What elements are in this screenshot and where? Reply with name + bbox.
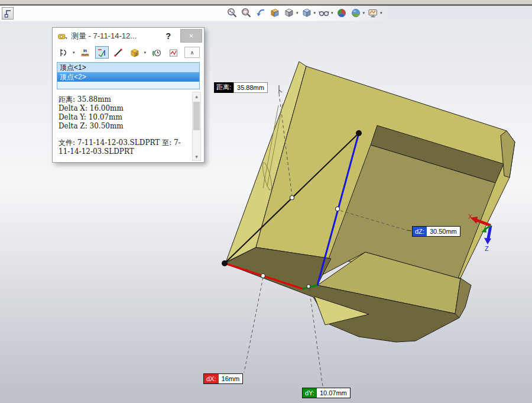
- dx-line-handle[interactable]: [261, 274, 265, 278]
- create-sensor-button[interactable]: [166, 46, 180, 59]
- edit-appearance-button[interactable]: [335, 7, 348, 20]
- measure-dialog: 测量 - 7-11-14-12... ? × ▾ in mm: [52, 27, 205, 163]
- measure-dialog-title: 测量 - 7-11-14-12...: [71, 31, 162, 41]
- close-button[interactable]: ×: [180, 29, 202, 43]
- svg-text:z: z: [135, 52, 138, 56]
- xyz-relative-dropdown[interactable]: ▾: [144, 50, 147, 55]
- tape-measure-icon: [57, 31, 67, 41]
- zoom-to-area-button[interactable]: [240, 7, 253, 20]
- dz-callout-label: dZ:: [413, 227, 427, 236]
- display-style-icon: [301, 7, 313, 19]
- sketch-tool-icon: [4, 9, 12, 18]
- section-view-button[interactable]: [268, 7, 281, 20]
- edit-appearance-icon: [336, 7, 348, 19]
- distance-callout-value: 35.88mm: [233, 82, 268, 93]
- result-distance: 距离: 35.88mm: [59, 95, 187, 104]
- display-style-button[interactable]: [300, 7, 313, 20]
- units-icon-bottom: mm: [82, 53, 89, 57]
- measure-dialog-toolbar: ▾ in mm: [53, 44, 204, 61]
- distance-callout-label: 距离:: [214, 82, 233, 93]
- apply-scene-icon: [350, 7, 362, 19]
- hide-show-dropdown[interactable]: ▾: [331, 11, 333, 15]
- xyz-relative-coordinate-icon: z: [129, 47, 140, 58]
- create-sensor-icon: [168, 47, 179, 58]
- view-orientation-icon: [283, 7, 295, 19]
- scrollbar-down-arrow[interactable]: ▼: [193, 153, 200, 160]
- arc-circle-measure-button[interactable]: [57, 46, 70, 59]
- units-icon: in mm: [82, 49, 89, 57]
- vertex-1-marker[interactable]: [222, 260, 228, 266]
- solidworks-window: X Z: [0, 0, 532, 403]
- measure-dialog-titlebar[interactable]: 测量 - 7-11-14-12... ? ×: [53, 28, 204, 44]
- dy-callout[interactable]: dY: 10.07mm: [302, 388, 351, 398]
- arc-circle-measure-icon: [59, 47, 69, 58]
- dz-line-handle[interactable]: [336, 207, 340, 211]
- view-orientation-button[interactable]: [283, 7, 296, 20]
- apply-scene-button[interactable]: [349, 7, 362, 20]
- hide-show-items-icon: [318, 7, 330, 19]
- show-xyz-measurements-icon: [96, 47, 107, 58]
- zoom-to-fit-icon: [226, 7, 238, 19]
- view-settings-icon: [367, 7, 379, 19]
- heads-up-toolbar: ▾ ▾ ▾: [226, 5, 383, 21]
- measurement-history-button[interactable]: [150, 46, 163, 59]
- distance-line-handle[interactable]: [290, 196, 294, 200]
- dy-line-handle[interactable]: [307, 285, 310, 288]
- zoom-to-fit-button[interactable]: [226, 7, 239, 20]
- view-orientation-dropdown[interactable]: ▾: [296, 11, 299, 15]
- selection-item-vertex-1[interactable]: 顶点<1>: [57, 63, 199, 72]
- dy-callout-value: 10.07mm: [317, 388, 350, 398]
- top-gray-strip: [0, 0, 532, 5]
- dx-callout[interactable]: dX: 16mm: [203, 373, 243, 384]
- results-scrollbar[interactable]: ▲ ▼: [192, 92, 201, 161]
- triad-x-label: X: [468, 213, 473, 220]
- sketch-tool-button[interactable]: [2, 7, 14, 20]
- result-delta-x: Delta X: 16.00mm: [59, 104, 187, 113]
- result-delta-y: Delta Y: 10.07mm: [59, 113, 187, 122]
- apply-scene-dropdown[interactable]: ▾: [363, 11, 365, 15]
- point-to-point-icon: [113, 47, 124, 58]
- previous-view-button[interactable]: [254, 7, 267, 20]
- view-settings-button[interactable]: [366, 7, 379, 20]
- distance-callout[interactable]: 距离: 35.88mm: [214, 82, 268, 93]
- point-to-point-button[interactable]: [112, 46, 125, 59]
- dx-callout-value: 16mm: [219, 374, 243, 383]
- dx-callout-label: dX:: [204, 374, 219, 383]
- result-file-line: 文件: 7-11-14-12-03.SLDPRT 至: 7-11-14-12-0…: [59, 138, 187, 156]
- previous-view-icon: [255, 7, 267, 19]
- triad-z-label: Z: [485, 245, 489, 252]
- vertex-2-marker[interactable]: [356, 130, 362, 136]
- results-spacer: [59, 131, 187, 138]
- hide-show-items-button[interactable]: [317, 7, 330, 20]
- units-button[interactable]: in mm: [79, 46, 92, 59]
- measurement-history-icon: [151, 47, 162, 58]
- zoom-to-area-icon: [241, 7, 252, 19]
- help-button[interactable]: ?: [166, 31, 171, 41]
- arc-measure-dropdown[interactable]: ▾: [73, 50, 75, 55]
- section-view-icon: [269, 7, 281, 19]
- selection-list[interactable]: 顶点<1> 顶点<2>: [57, 62, 200, 89]
- scrollbar-thumb[interactable]: [193, 102, 200, 130]
- dz-callout-value: 30.50mm: [427, 227, 460, 236]
- units-icon-top: in: [83, 49, 87, 53]
- selection-item-vertex-2[interactable]: 顶点<2>: [57, 72, 199, 82]
- view-settings-dropdown[interactable]: ▾: [380, 11, 382, 15]
- collapse-button[interactable]: ∧: [184, 47, 200, 58]
- xyz-relative-coordinate-button[interactable]: z: [128, 46, 142, 59]
- dy-callout-label: dY:: [303, 388, 317, 398]
- show-xyz-measurements-button[interactable]: [95, 46, 109, 59]
- scrollbar-up-arrow[interactable]: ▲: [193, 92, 200, 100]
- result-delta-z: Delta Z: 30.50mm: [59, 122, 187, 131]
- results-panel: 距离: 35.88mm Delta X: 16.00mm Delta Y: 10…: [53, 91, 204, 162]
- display-style-dropdown[interactable]: ▾: [314, 11, 316, 15]
- dz-callout[interactable]: dZ: 30.50mm: [412, 226, 460, 237]
